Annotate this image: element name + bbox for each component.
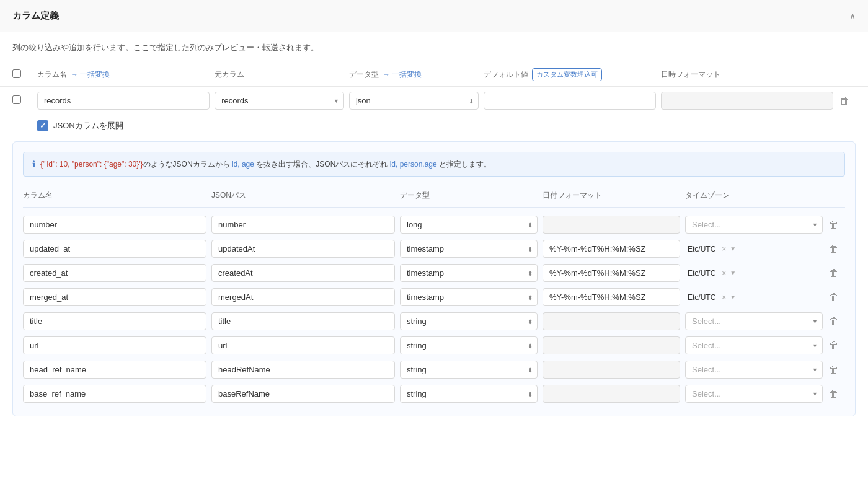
json-row-col-name-cell-2 — [23, 264, 206, 282]
json-type-select-1[interactable]: stringlongtimestampjsonbooleandouble — [400, 240, 538, 258]
json-path-input-4[interactable] — [211, 312, 395, 330]
json-delete-button-7[interactable]: 🗑 — [828, 387, 840, 401]
json-row-type-cell-2: stringlongtimestampjsonbooleandouble — [400, 264, 538, 282]
tz-value-3: Etc/UTC — [685, 290, 718, 305]
json-col-name-input-3[interactable] — [23, 288, 206, 306]
json-delete-button-0[interactable]: 🗑 — [828, 218, 840, 232]
json-row-col-name-cell-7 — [23, 385, 206, 403]
json-type-select-4[interactable]: stringlongtimestampjsonbooleandouble — [400, 312, 538, 330]
json-col-name-input-7[interactable] — [23, 385, 206, 403]
header-datetime: 日時フォーマット — [661, 69, 833, 80]
json-delete-button-5[interactable]: 🗑 — [828, 339, 840, 353]
tz-select-5[interactable]: Select... — [685, 336, 823, 354]
json-row-del-cell-5: 🗑 — [828, 339, 845, 353]
json-path-input-5[interactable] — [211, 336, 395, 354]
tz-clear-button-2[interactable]: × — [720, 269, 727, 278]
json-row-del-cell-6: 🗑 — [828, 363, 845, 377]
json-path-input-6[interactable] — [211, 361, 395, 379]
json-row-date-cell-1 — [542, 240, 680, 258]
json-row-tz-cell-5: Select... — [685, 336, 823, 354]
json-row-col-name-cell-1 — [23, 240, 206, 258]
main-datetime-input[interactable] — [661, 92, 833, 110]
json-row-del-cell-2: 🗑 — [828, 266, 845, 280]
json-type-select-0[interactable]: stringlongtimestampjsonbooleandouble — [400, 216, 538, 234]
select-all-checkbox[interactable] — [12, 69, 21, 78]
json-row-del-cell-7: 🗑 — [828, 387, 845, 401]
json-expand-label[interactable]: JSONカラムを展開 — [53, 120, 123, 131]
json-date-input-6 — [542, 361, 680, 379]
main-delete-button[interactable]: 🗑 — [838, 94, 851, 108]
collapse-icon[interactable]: ∧ — [849, 11, 856, 21]
json-date-input-1[interactable] — [542, 240, 680, 258]
custom-var-button[interactable]: カスタム変数埋込可 — [532, 68, 602, 81]
json-path-input-2[interactable] — [211, 264, 395, 282]
json-type-wrapper-2: stringlongtimestampjsonbooleandouble — [400, 264, 538, 282]
json-data-row: stringlongtimestampjsonbooleandouble Sel… — [23, 309, 845, 333]
json-row-col-name-cell-0 — [23, 216, 206, 234]
json-rows-container: stringlongtimestampjsonbooleandouble Sel… — [23, 213, 845, 406]
json-type-select-5[interactable]: stringlongtimestampjsonbooleandouble — [400, 336, 538, 354]
tz-select-6[interactable]: Select... — [685, 361, 823, 379]
main-row-checkbox[interactable] — [12, 95, 21, 104]
main-col-name-input[interactable] — [37, 92, 210, 110]
bulk-change-col-link[interactable]: → 一括変換 — [71, 69, 110, 80]
json-col-name-input-4[interactable] — [23, 312, 206, 330]
json-expand-row: ✓ JSONカラムを展開 — [0, 115, 868, 141]
json-path-input-7[interactable] — [211, 385, 395, 403]
tz-clear-button-1[interactable]: × — [720, 245, 727, 253]
json-data-row: stringlongtimestampjsonbooleandouble Sel… — [23, 213, 845, 237]
tz-select-wrapper-0: Select... — [685, 216, 823, 234]
json-data-row: stringlongtimestampjsonbooleandouble Sel… — [23, 382, 845, 406]
json-type-select-6[interactable]: stringlongtimestampjsonbooleandouble — [400, 361, 538, 379]
bulk-change-type-link[interactable]: → 一括変換 — [383, 69, 422, 80]
json-path-input-3[interactable] — [211, 288, 395, 306]
json-row-del-cell-0: 🗑 — [828, 218, 845, 232]
json-type-select-3[interactable]: stringlongtimestampjsonbooleandouble — [400, 288, 538, 306]
json-type-wrapper-7: stringlongtimestampjsonbooleandouble — [400, 385, 538, 403]
main-src-col-cell: records — [215, 92, 344, 110]
tz-select-7[interactable]: Select... — [685, 385, 823, 403]
json-row-path-cell-3 — [211, 288, 395, 306]
main-data-type-select[interactable]: json string long timestamp — [349, 92, 479, 110]
json-expand-checkbox[interactable]: ✓ — [37, 120, 48, 131]
tz-clear-button-3[interactable]: × — [720, 293, 727, 302]
json-data-row: stringlongtimestampjsonbooleandouble Sel… — [23, 333, 845, 358]
json-header-date: 日付フォーマット — [542, 190, 680, 201]
json-data-row: stringlongtimestampjsonbooleandouble Etc… — [23, 261, 845, 285]
json-date-input-3[interactable] — [542, 288, 680, 306]
json-delete-button-4[interactable]: 🗑 — [828, 315, 840, 328]
json-col-name-input-2[interactable] — [23, 264, 206, 282]
json-col-name-input-1[interactable] — [23, 240, 206, 258]
json-col-name-input-0[interactable] — [23, 216, 206, 234]
tz-select-0[interactable]: Select... — [685, 216, 823, 234]
json-path-input-1[interactable] — [211, 240, 395, 258]
json-delete-button-3[interactable]: 🗑 — [828, 291, 840, 304]
json-delete-button-2[interactable]: 🗑 — [828, 266, 840, 280]
json-date-input-2[interactable] — [542, 264, 680, 282]
json-col-name-input-6[interactable] — [23, 361, 206, 379]
main-src-col-select[interactable]: records — [215, 92, 344, 110]
json-row-tz-cell-7: Select... — [685, 385, 823, 403]
json-type-select-2[interactable]: stringlongtimestampjsonbooleandouble — [400, 264, 538, 282]
json-row-path-cell-4 — [211, 312, 395, 330]
json-row-path-cell-2 — [211, 264, 395, 282]
json-type-select-7[interactable]: stringlongtimestampjsonbooleandouble — [400, 385, 538, 403]
section-title: カラム定義 — [12, 10, 59, 22]
json-col-name-input-5[interactable] — [23, 336, 206, 354]
json-row-del-cell-1: 🗑 — [828, 242, 845, 256]
tz-select-container-2: Etc/UTC × ▼ — [685, 266, 823, 281]
tz-select-4[interactable]: Select... — [685, 312, 823, 330]
json-date-input-4 — [542, 312, 680, 330]
json-row-col-name-cell-6 — [23, 361, 206, 379]
col-name-label: カラム名 — [37, 69, 67, 80]
tz-value-1: Etc/UTC — [685, 242, 718, 257]
json-path-input-0[interactable] — [211, 216, 395, 234]
json-data-row: stringlongtimestampjsonbooleandouble Etc… — [23, 285, 845, 309]
json-info-banner: ℹ {'"id": 10, "person": {"age": 30}'}のよう… — [23, 152, 845, 177]
json-row-type-cell-1: stringlongtimestampjsonbooleandouble — [400, 240, 538, 258]
json-type-wrapper-1: stringlongtimestampjsonbooleandouble — [400, 240, 538, 258]
json-delete-button-6[interactable]: 🗑 — [828, 363, 840, 377]
json-delete-button-1[interactable]: 🗑 — [828, 242, 840, 256]
main-default-input[interactable] — [484, 92, 656, 110]
main-data-type-cell: json string long timestamp — [349, 92, 479, 110]
